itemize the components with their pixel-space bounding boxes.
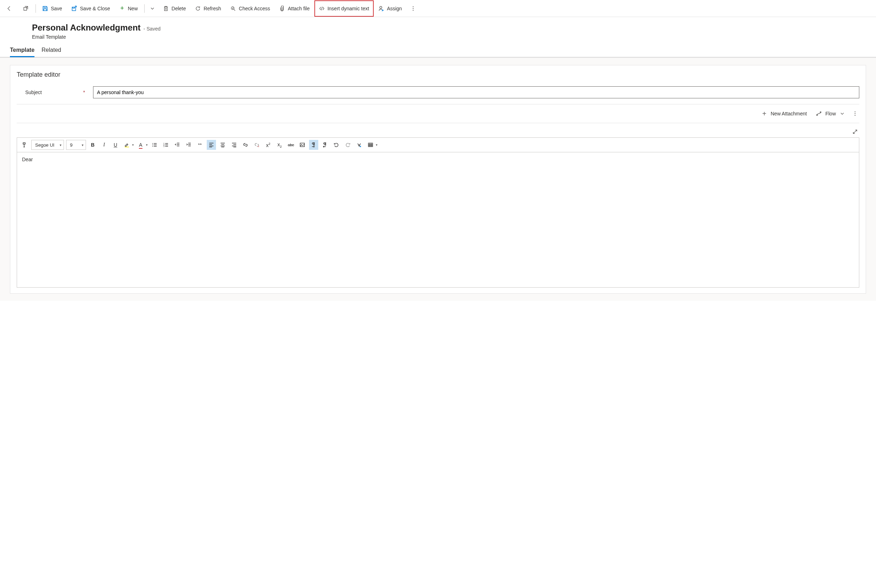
entity-type: Email Template [32, 34, 866, 40]
svg-point-8 [855, 113, 855, 114]
open-new-window-button[interactable] [18, 1, 33, 16]
template-editor-card: Template editor Subject * + New Attachme… [10, 65, 866, 294]
more-vertical-icon [410, 6, 416, 11]
overflow-button[interactable] [407, 1, 419, 16]
font-family-select[interactable]: Segoe UI [31, 140, 64, 150]
plus-icon: + [119, 6, 125, 11]
check-access-button[interactable]: Check Access [226, 1, 274, 16]
insert-dynamic-text-button[interactable]: Insert dynamic text [315, 1, 374, 16]
highlight-dropdown[interactable]: ▾ [132, 143, 134, 147]
svg-point-7 [855, 111, 855, 112]
save-icon [42, 6, 48, 11]
superscript-button[interactable]: x2 [264, 140, 273, 150]
subject-input[interactable] [93, 86, 859, 98]
align-left-button[interactable] [207, 140, 216, 150]
refresh-label: Refresh [204, 6, 221, 11]
new-dropdown[interactable] [147, 1, 158, 16]
assign-label: Assign [387, 6, 402, 11]
svg-point-4 [413, 10, 413, 10]
save-label: Save [51, 6, 62, 11]
font-color-button[interactable]: A [136, 140, 145, 150]
subject-row: Subject * [17, 84, 859, 104]
attach-file-label: Attach file [288, 6, 310, 11]
rtl-button[interactable] [320, 140, 330, 150]
content-area: Template editor Subject * + New Attachme… [0, 57, 876, 301]
undo-button[interactable] [332, 140, 341, 150]
command-bar: Save Save & Close + New Delete Refresh C… [0, 0, 876, 17]
outdent-button[interactable] [173, 140, 182, 150]
subject-label: Subject [25, 90, 77, 95]
assign-button[interactable]: Assign [374, 1, 406, 16]
ltr-button[interactable] [309, 140, 318, 150]
image-button[interactable] [298, 140, 307, 150]
save-status: - Saved [144, 26, 161, 32]
editor-toolbar: Segoe UI 9 B I U ▾ A ▾ [17, 138, 859, 152]
new-attachment-label: New Attachment [771, 111, 807, 117]
svg-point-2 [413, 6, 413, 7]
svg-point-11 [152, 143, 153, 144]
svg-point-1 [380, 6, 382, 9]
check-access-label: Check Access [239, 6, 270, 11]
save-close-label: Save & Close [80, 6, 110, 11]
font-color-dropdown[interactable]: ▾ [146, 143, 148, 147]
svg-point-13 [152, 146, 153, 147]
section-title: Template editor [17, 71, 859, 78]
tab-related[interactable]: Related [42, 44, 61, 57]
paperclip-icon [279, 6, 285, 11]
plus-icon: + [762, 111, 767, 117]
italic-button[interactable]: I [99, 140, 109, 150]
page-header: Personal Acknowledgment - Saved Email Te… [0, 17, 876, 40]
svg-rect-10 [125, 147, 129, 147]
clear-format-button[interactable] [355, 140, 364, 150]
save-close-button[interactable]: Save & Close [67, 1, 114, 16]
more-vertical-icon [852, 111, 858, 117]
align-center-button[interactable] [218, 140, 227, 150]
chevron-down-icon [839, 111, 845, 117]
rich-text-editor: Segoe UI 9 B I U ▾ A ▾ [17, 137, 859, 288]
required-marker: * [83, 90, 87, 95]
underline-button[interactable]: U [111, 140, 120, 150]
editor-body[interactable]: Dear [17, 152, 859, 287]
new-label: New [128, 6, 138, 11]
align-right-button[interactable] [230, 140, 239, 150]
popout-icon [23, 6, 29, 11]
svg-point-0 [231, 7, 234, 10]
new-attachment-button[interactable]: + New Attachment [758, 109, 811, 118]
bold-button[interactable]: B [88, 140, 97, 150]
chevron-down-icon [150, 6, 155, 11]
font-size-select[interactable]: 9 [66, 140, 86, 150]
delete-button[interactable]: Delete [159, 1, 190, 16]
attachment-overflow-button[interactable] [851, 109, 859, 118]
new-button[interactable]: + New [115, 1, 142, 16]
indent-button[interactable] [184, 140, 193, 150]
save-close-icon [71, 6, 77, 11]
save-button[interactable]: Save [38, 1, 66, 16]
format-painter-button[interactable] [20, 140, 29, 150]
code-icon [319, 6, 325, 11]
attachment-toolbar: + New Attachment Flow [17, 104, 859, 123]
subscript-button[interactable]: x2 [275, 140, 284, 150]
flow-label: Flow [825, 111, 836, 117]
table-button[interactable] [366, 140, 375, 150]
back-button[interactable] [2, 1, 17, 16]
flow-button[interactable]: Flow [813, 109, 849, 118]
table-dropdown[interactable]: ▾ [376, 143, 378, 147]
delete-label: Delete [171, 6, 186, 11]
trash-icon [163, 6, 169, 11]
number-list-button[interactable]: 123 [161, 140, 171, 150]
bullet-list-button[interactable] [150, 140, 159, 150]
redo-button[interactable] [343, 140, 352, 150]
separator [36, 4, 36, 13]
blockquote-button[interactable] [195, 140, 204, 150]
page-title: Personal Acknowledgment [32, 23, 141, 33]
svg-point-9 [855, 115, 855, 116]
attach-file-button[interactable]: Attach file [275, 1, 314, 16]
tab-template[interactable]: Template [10, 44, 35, 57]
tabs: Template Related [0, 40, 876, 57]
link-button[interactable] [241, 140, 250, 150]
unlink-button[interactable] [252, 140, 261, 150]
highlight-button[interactable] [122, 140, 131, 150]
refresh-button[interactable]: Refresh [191, 1, 225, 16]
expand-icon[interactable] [852, 129, 858, 135]
strikethrough-button[interactable]: abc [286, 140, 296, 150]
